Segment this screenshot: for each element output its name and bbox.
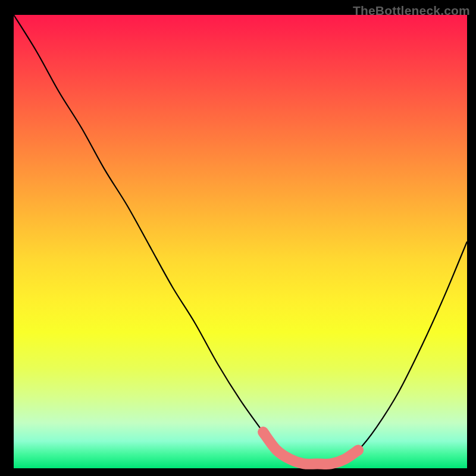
watermark-label: TheBottleneck.com xyxy=(353,4,470,18)
curve-trough-highlight xyxy=(263,432,358,464)
curve-line xyxy=(14,15,467,464)
bottleneck-curve xyxy=(0,0,476,476)
chart-frame: TheBottleneck.com xyxy=(0,0,476,476)
